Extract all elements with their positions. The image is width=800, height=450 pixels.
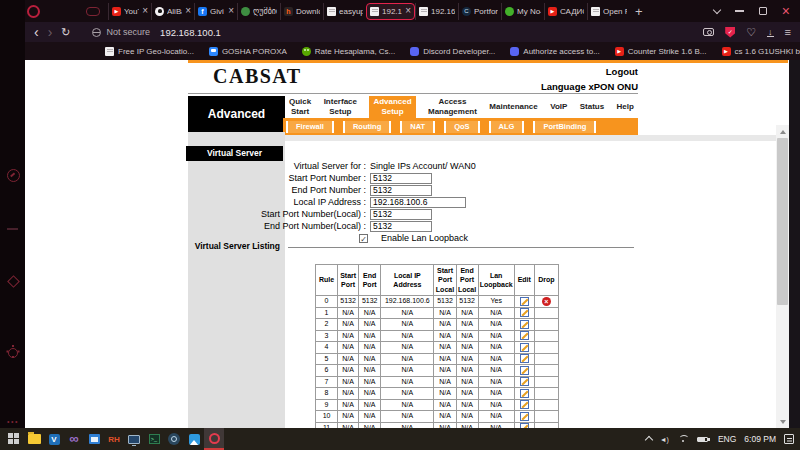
subnav-tab[interactable]: PortBinding bbox=[533, 121, 596, 133]
nav-tab[interactable]: Interface Setup bbox=[324, 97, 357, 117]
taskbar-app[interactable] bbox=[64, 428, 84, 450]
edit-icon[interactable] bbox=[520, 354, 529, 363]
page-scrollbar[interactable] bbox=[776, 125, 789, 428]
edit-icon[interactable] bbox=[520, 320, 529, 329]
settings-gear-icon[interactable] bbox=[6, 346, 20, 360]
edit-icon[interactable] bbox=[520, 343, 529, 352]
language-link[interactable]: Language xPON ONU bbox=[541, 81, 638, 92]
download-icon[interactable] bbox=[767, 28, 774, 37]
new-tab-button[interactable]: + bbox=[635, 4, 643, 19]
browser-tab[interactable]: Open Port bbox=[587, 3, 630, 20]
site-info-icon[interactable] bbox=[92, 28, 101, 37]
browser-tab[interactable]: Givi Be bbox=[194, 3, 237, 20]
heart-icon[interactable] bbox=[746, 27, 756, 38]
nav-tab[interactable]: Maintenance bbox=[489, 102, 537, 112]
subnav-tab[interactable]: QoS bbox=[444, 121, 479, 133]
taskbar-app[interactable] bbox=[44, 428, 64, 450]
tab-close-icon[interactable] bbox=[185, 6, 191, 16]
subnav-tab[interactable]: Firewall bbox=[286, 121, 334, 133]
nav-tab[interactable]: Advanced Setup bbox=[369, 96, 415, 118]
bookmark[interactable]: Rate Hesaplama, Cs... bbox=[302, 47, 395, 56]
browser-tab[interactable]: 192.16 bbox=[366, 3, 415, 20]
subnav-tab[interactable]: NAT bbox=[400, 121, 435, 133]
taskbar-app[interactable] bbox=[104, 428, 124, 450]
taskbar-app[interactable] bbox=[164, 428, 184, 450]
scroll-down-icon[interactable] bbox=[776, 416, 789, 428]
battery-icon[interactable] bbox=[697, 437, 708, 442]
nav-tab[interactable]: Help bbox=[617, 102, 634, 112]
reload-icon[interactable] bbox=[61, 27, 70, 38]
gx-control-icon[interactable] bbox=[6, 168, 20, 182]
logout-link[interactable]: Logout bbox=[606, 66, 638, 77]
start-port-input[interactable] bbox=[370, 173, 432, 184]
browser-tab[interactable]: easyuploa bbox=[323, 3, 366, 20]
tab-close-icon[interactable] bbox=[405, 6, 411, 16]
minimize-icon[interactable] bbox=[735, 10, 744, 12]
edit-icon[interactable] bbox=[520, 366, 529, 375]
url-box[interactable]: Not secure 192.168.100.1 bbox=[92, 27, 695, 38]
forward-icon[interactable] bbox=[48, 25, 53, 39]
lan-loopback-checkbox[interactable] bbox=[359, 234, 368, 243]
close-window-icon[interactable] bbox=[782, 5, 790, 17]
nav-tab[interactable]: Access Management bbox=[428, 97, 477, 117]
end-port-local-input[interactable] bbox=[370, 221, 432, 232]
nav-tab[interactable]: Quick Start bbox=[289, 97, 311, 117]
bookmark[interactable]: Counter Strike 1.6 B... bbox=[615, 47, 707, 56]
bookmark[interactable]: Discord Developer... bbox=[410, 47, 495, 56]
subnav-tab[interactable]: Routing bbox=[343, 121, 391, 133]
edit-icon[interactable] bbox=[520, 389, 529, 398]
start-port-local-input[interactable] bbox=[370, 209, 432, 220]
scroll-up-icon[interactable] bbox=[776, 125, 789, 137]
taskbar-app[interactable] bbox=[4, 428, 24, 450]
taskbar-app[interactable] bbox=[124, 428, 144, 450]
drop-icon[interactable] bbox=[542, 297, 551, 306]
tab-close-icon[interactable] bbox=[228, 6, 234, 16]
opera-menu-icon[interactable] bbox=[27, 5, 40, 18]
scrollbar-thumb[interactable] bbox=[777, 138, 788, 305]
edit-icon[interactable] bbox=[520, 400, 529, 409]
taskbar-app[interactable] bbox=[84, 428, 104, 450]
nav-tab[interactable]: Status bbox=[580, 102, 604, 112]
bookmark[interactable]: GOSHA POROXA bbox=[209, 47, 287, 56]
bookmark[interactable]: cs 1.6 G1USHKI bes... bbox=[722, 47, 800, 56]
gx-mods-icon[interactable] bbox=[6, 274, 20, 288]
browser-tab[interactable]: YouTu bbox=[108, 3, 151, 20]
taskbar-app[interactable] bbox=[184, 428, 204, 450]
nav-tab[interactable]: VoIP bbox=[550, 102, 567, 112]
edit-icon[interactable] bbox=[520, 412, 529, 421]
network-icon[interactable] bbox=[677, 435, 689, 444]
local-ip-input[interactable] bbox=[370, 197, 466, 208]
browser-tab[interactable]: Download bbox=[280, 3, 323, 20]
easy-setup-icon[interactable] bbox=[785, 27, 791, 38]
browser-tab[interactable]: Portforwar bbox=[458, 3, 501, 20]
end-port-input[interactable] bbox=[370, 185, 432, 196]
clock[interactable]: 6:09 PM bbox=[744, 434, 776, 444]
gx-corner-icon[interactable] bbox=[86, 7, 100, 16]
taskbar-app[interactable] bbox=[24, 428, 44, 450]
volume-icon[interactable] bbox=[660, 436, 669, 443]
maximize-icon[interactable] bbox=[759, 7, 767, 15]
vpn-shield-icon[interactable] bbox=[725, 27, 735, 38]
hidden-icons-chevron[interactable] bbox=[644, 436, 652, 444]
edit-icon[interactable] bbox=[520, 331, 529, 340]
action-center-icon[interactable] bbox=[784, 434, 794, 444]
browser-tab[interactable]: САДИСЬ - bbox=[544, 3, 587, 20]
bookmark[interactable]: Authorize access to... bbox=[510, 47, 599, 56]
tab-close-icon[interactable] bbox=[142, 6, 148, 16]
camera-icon[interactable] bbox=[703, 28, 714, 36]
taskbar-app[interactable] bbox=[144, 428, 164, 450]
browser-tab[interactable]: 192.168.10 bbox=[415, 3, 458, 20]
browser-tab[interactable]: My No-IP bbox=[501, 3, 544, 20]
bookmark[interactable]: Free IP Geo-locatio... bbox=[105, 47, 194, 56]
edit-icon[interactable] bbox=[520, 377, 529, 386]
sidebar-more-icon[interactable] bbox=[6, 414, 20, 428]
edit-icon[interactable] bbox=[520, 297, 529, 306]
browser-tab[interactable]: AliBaw bbox=[151, 3, 194, 20]
edit-icon[interactable] bbox=[520, 308, 529, 317]
browser-tab[interactable]: ღუმბითო ( bbox=[237, 3, 280, 20]
tab-search-icon[interactable] bbox=[713, 5, 721, 13]
subnav-tab[interactable]: ALG bbox=[489, 121, 525, 133]
url-text[interactable]: 192.168.100.1 bbox=[160, 27, 221, 38]
back-icon[interactable] bbox=[34, 25, 39, 39]
language-indicator[interactable]: ENG bbox=[718, 434, 736, 444]
